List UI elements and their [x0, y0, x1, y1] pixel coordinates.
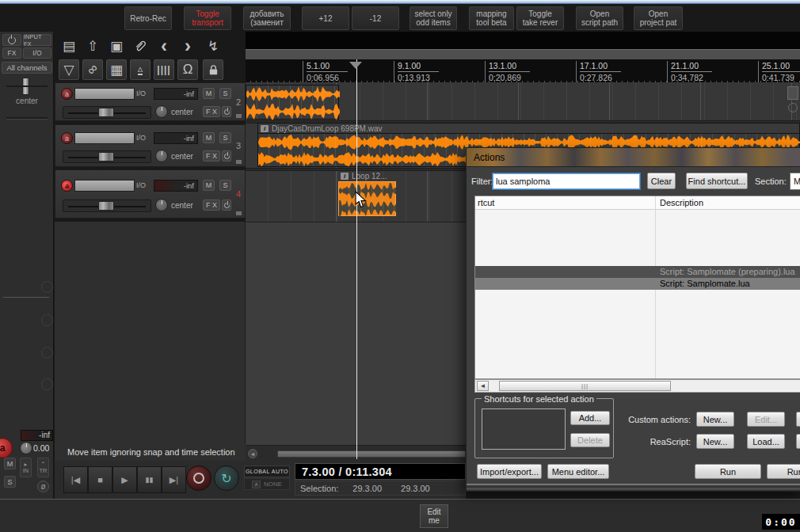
mixer-mute-button[interactable]: M — [4, 458, 16, 469]
solo-button[interactable]: S — [219, 88, 231, 99]
media-item-track2[interactable] — [246, 85, 339, 120]
record-arm-button[interactable]: a — [61, 132, 73, 144]
track-panel-2[interactable]: a I/O -inf M S center F X 2 — [55, 82, 246, 121]
toolbar-button-toggle-take[interactable]: Toggle take rever — [516, 6, 564, 30]
magnet-snap-icon[interactable]: Ω — [177, 59, 198, 80]
action-row-selected[interactable]: Script: Samplomate.lua — [475, 278, 800, 290]
transport-position-display[interactable]: 7.3.00 / 0:11.304 — [295, 463, 466, 480]
clear-button[interactable]: Clear — [647, 173, 676, 189]
folder-icon[interactable] — [236, 211, 242, 215]
io-button[interactable]: I/O — [136, 89, 146, 97]
volume-fader[interactable] — [63, 106, 151, 119]
master-fx-button[interactable]: FX — [2, 48, 21, 59]
mixer-pan-knob[interactable] — [20, 442, 32, 454]
column-description[interactable]: Description — [660, 198, 703, 207]
link-icon[interactable]: ∞ — [82, 59, 103, 80]
go-to-start-button[interactable]: |◀ — [63, 466, 88, 493]
item-info-icon[interactable]: i — [261, 125, 269, 132]
import-export-button[interactable]: Import/export... — [477, 464, 542, 479]
action-row[interactable]: Script: Samplomate (preparing).lua — [475, 266, 800, 278]
mixer-input-button[interactable]: ▸IN — [20, 458, 32, 477]
custom-actions-new-button[interactable]: New... — [696, 412, 734, 427]
master-io-button[interactable]: I/O — [23, 48, 51, 59]
open-project-icon[interactable]: ⇧ — [82, 36, 103, 56]
volume-readout[interactable]: -inf — [154, 88, 198, 100]
vertical-scrollbar-thumb[interactable] — [787, 86, 798, 100]
volume-fader[interactable] — [63, 200, 151, 212]
scroll-left-arrow[interactable]: ◄ — [477, 381, 489, 391]
reascript-new-button[interactable]: New... — [696, 434, 734, 449]
playhead-marker[interactable] — [349, 62, 362, 69]
media-item-label-track3[interactable]: i DjayCasDrumLoop 698PM.wav — [257, 123, 800, 133]
fx-button[interactable]: F X — [203, 200, 220, 211]
paperclip-icon[interactable] — [130, 36, 150, 56]
run-close-button[interactable]: Run/c — [767, 464, 800, 479]
mute-button[interactable]: M — [203, 180, 215, 191]
pan-knob[interactable] — [155, 105, 168, 118]
knob-icon[interactable] — [41, 281, 53, 293]
play-button[interactable]: ▶ — [112, 466, 137, 493]
column-shortcut[interactable]: rtcut — [478, 198, 494, 207]
media-item-label-track4[interactable]: i Loop 12... — [338, 171, 396, 181]
fx-power-button[interactable] — [222, 106, 231, 117]
toolbar-button-toggle-transport[interactable]: Toggle transport — [184, 6, 231, 30]
go-to-end-button[interactable]: ▶| — [162, 466, 186, 493]
record-arm-button[interactable]: a — [61, 88, 73, 100]
run-button[interactable]: Run — [695, 464, 761, 479]
fx-button[interactable]: F X — [203, 106, 220, 117]
reascript-load-button[interactable]: Load... — [747, 434, 785, 449]
scrollbar-thumb[interactable]: ||| — [499, 381, 671, 391]
add-shortcut-button[interactable]: Add... — [570, 411, 610, 425]
solo-button[interactable]: S — [219, 132, 231, 143]
delete-shortcut-button[interactable]: Delete — [570, 433, 610, 447]
fader-handle[interactable] — [98, 152, 114, 162]
zoom-knob-icon[interactable] — [788, 103, 798, 112]
mute-button[interactable]: M — [203, 88, 215, 99]
section-dropdown[interactable]: Ma — [790, 173, 800, 190]
knob-icon[interactable] — [41, 347, 53, 359]
toolbar-button-dobavit[interactable]: добавить (заменит — [243, 6, 291, 30]
action-lightning-icon[interactable]: ↯ — [203, 36, 223, 56]
pan-knob[interactable] — [155, 150, 168, 162]
master-all-channels-button[interactable]: All channels — [2, 62, 52, 74]
redo-icon[interactable]: › — [177, 36, 198, 56]
record-arm-button[interactable]: a — [61, 180, 73, 192]
track-panel-3[interactable]: a I/O -inf M S center F X 3 — [55, 124, 246, 167]
grid-icon[interactable]: ▦ — [106, 59, 127, 80]
solo-button[interactable]: S — [219, 180, 231, 191]
reascript-extra-button[interactable] — [796, 434, 800, 449]
action-list[interactable]: rtcut Description Script: Samplomate (pr… — [474, 196, 800, 379]
folder-icon[interactable] — [236, 114, 242, 118]
fx-power-button[interactable] — [222, 200, 231, 211]
track-panel-4[interactable]: a I/O -inf M S center F X 4 — [55, 169, 246, 218]
fx-button[interactable]: F X — [203, 150, 220, 162]
mixer-trim-button[interactable]: ⌃TR — [37, 458, 49, 477]
volume-fader[interactable] — [63, 150, 151, 163]
toolbar-button-select-odd[interactable]: select only odd items — [410, 6, 457, 30]
record-button[interactable] — [186, 466, 211, 491]
volume-readout[interactable]: -inf — [154, 180, 198, 192]
envelope-filter-icon[interactable]: ▽ — [59, 59, 79, 80]
toolbar-button-retro-rec[interactable]: Retro-Rec — [124, 6, 172, 30]
global-automation-button[interactable]: GLOBAL AUTO — [244, 466, 290, 477]
lock-icon[interactable] — [203, 59, 223, 80]
list-header[interactable]: rtcut Description — [475, 196, 800, 210]
grouping-icon[interactable]: |||| — [154, 59, 174, 80]
pan-knob[interactable] — [155, 199, 168, 211]
stop-button[interactable]: ■ — [88, 466, 112, 493]
selection-start-value[interactable]: 29.3.00 — [352, 484, 382, 493]
filter-input[interactable]: lua samploma — [492, 173, 641, 190]
knob-icon[interactable] — [41, 314, 53, 326]
fader-handle[interactable] — [98, 201, 114, 211]
toolbar-button-minus12[interactable]: -12 — [352, 6, 399, 30]
mixer-volume-readout[interactable]: -inf — [21, 430, 53, 441]
toolbar-button-open-script-path[interactable]: Open script path — [576, 6, 623, 30]
fader-handle[interactable] — [98, 108, 114, 117]
project-notes-icon[interactable]: ▤ — [59, 36, 79, 56]
envelope-point-icon[interactable]: ▵ — [130, 59, 150, 80]
mixer-record-arm-button[interactable]: a — [0, 438, 13, 458]
master-power-button[interactable] — [2, 34, 21, 46]
automation-mode-button[interactable]: ∧ NONE — [244, 478, 290, 490]
shortcut-listbox[interactable] — [482, 408, 566, 450]
mute-button[interactable]: M — [203, 132, 215, 143]
